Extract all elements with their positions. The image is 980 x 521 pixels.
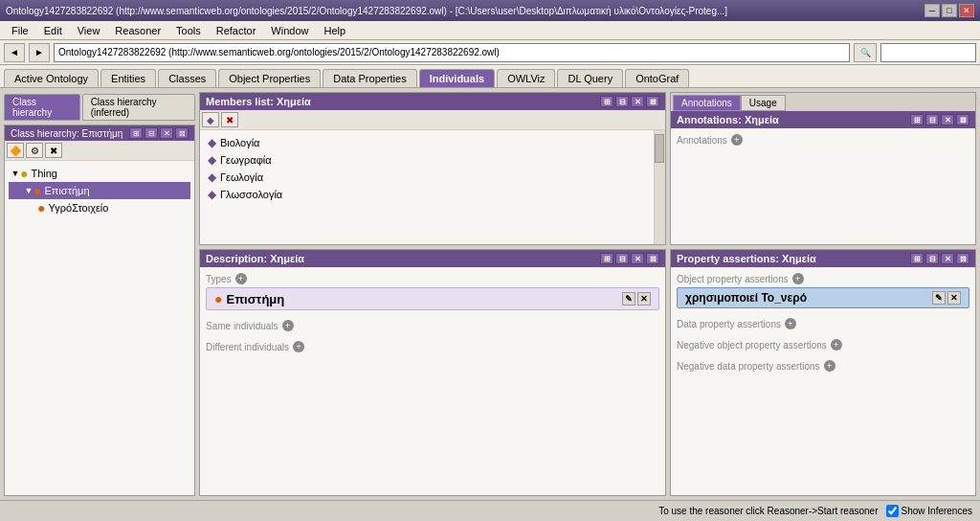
tab-object-properties[interactable]: Object Properties: [218, 69, 321, 87]
menu-file[interactable]: File: [4, 23, 36, 38]
tab-individuals[interactable]: Individuals: [419, 69, 495, 87]
data-property-section: Data property assertions +: [677, 318, 969, 329]
type-item-epistimi[interactable]: ● Επιστήμη ✎ ✕: [206, 287, 659, 310]
members-btn-4[interactable]: ⊠: [646, 96, 659, 107]
tree-item-thing[interactable]: ▼ ● Thing: [9, 165, 190, 182]
member-gloss[interactable]: ◆ Γλωσσολογία: [204, 186, 650, 203]
title-bar-buttons: ─ □ ✕: [924, 4, 974, 17]
neg-data-add-icon[interactable]: +: [824, 360, 835, 372]
prop-remove-btn[interactable]: ✕: [947, 291, 961, 305]
tab-class-hierarchy[interactable]: Class hierarchy: [4, 94, 80, 121]
desc-btn-3[interactable]: ✕: [631, 253, 644, 264]
different-add-icon[interactable]: +: [293, 341, 304, 352]
neg-object-add-icon[interactable]: +: [831, 339, 842, 351]
go-button[interactable]: 🔍: [854, 43, 877, 62]
tree-content: ▼ ● Thing ▼ ● Επιστήμη ● ΥγρόΣτοιχείο: [5, 161, 194, 495]
diamond-viologia: ◆: [208, 136, 216, 149]
tree-header-title: Class hierarchy: Επιστήμη: [11, 128, 122, 139]
prop-btn-1[interactable]: ⊞: [910, 253, 924, 264]
menu-help[interactable]: Help: [316, 23, 353, 38]
members-btn-3[interactable]: ✕: [631, 96, 644, 107]
ann-btn-4[interactable]: ⊠: [956, 114, 969, 125]
address-bar: ◄ ► 🔍: [0, 40, 980, 65]
tab-dl-query[interactable]: DL Query: [557, 69, 623, 87]
menu-window[interactable]: Window: [263, 23, 316, 38]
tab-class-hierarchy-inferred[interactable]: Class hierarchy (inferred): [82, 94, 195, 121]
back-button[interactable]: ◄: [4, 43, 25, 62]
ann-btn-2[interactable]: ⊟: [925, 114, 939, 125]
tree-btn-2[interactable]: ⊟: [145, 127, 158, 139]
menu-view[interactable]: View: [70, 23, 108, 38]
same-individuals-label: Same individuals +: [206, 320, 659, 331]
tab-classes[interactable]: Classes: [158, 69, 216, 87]
forward-button[interactable]: ►: [29, 43, 50, 62]
annotations-add-icon[interactable]: +: [731, 134, 743, 146]
tree-btn-1[interactable]: ⊞: [129, 127, 143, 139]
tree-btn-4[interactable]: ⊠: [175, 127, 189, 139]
member-geografia[interactable]: ◆ Γεωγραφία: [204, 151, 650, 169]
tree-add-btn[interactable]: 🔶: [7, 143, 24, 158]
types-label: Types +: [206, 273, 659, 284]
members-header: Members list: Χημεία ⊞ ⊟ ✕ ⊠: [200, 93, 665, 110]
type-remove-btn[interactable]: ✕: [637, 292, 651, 306]
prop-edit-btn[interactable]: ✎: [932, 291, 946, 305]
tab-entities[interactable]: Entities: [100, 69, 156, 87]
content-area: Class hierarchy Class hierarchy (inferre…: [0, 88, 980, 500]
address-input[interactable]: [54, 43, 850, 62]
menu-edit[interactable]: Edit: [36, 23, 70, 38]
left-panel: Class hierarchy Class hierarchy (inferre…: [4, 92, 195, 496]
prop-item-label: χρησιμοποιεί Το_νερό: [685, 291, 807, 305]
tree-item-ygrostock[interactable]: ● ΥγρόΣτοιχείο: [9, 199, 190, 216]
show-inferences-checkbox[interactable]: [886, 505, 899, 517]
thing-dot: ●: [20, 166, 28, 181]
members-list-container: ◆ Βιολογία ◆ Γεωγραφία ◆ Γεωλογία ◆ Γλωσ…: [200, 130, 665, 244]
same-add-icon[interactable]: +: [282, 320, 294, 331]
tree-toggle-epistimi[interactable]: ▼: [24, 186, 33, 195]
search-input[interactable]: [880, 43, 976, 62]
ann-btn-1[interactable]: ⊞: [910, 114, 924, 125]
members-remove-btn[interactable]: ✖: [221, 112, 238, 127]
tab-data-properties[interactable]: Data Properties: [323, 69, 416, 87]
tree-item-epistimi[interactable]: ▼ ● Επιστήμη: [9, 182, 190, 199]
tab-ontograf[interactable]: OntoGraf: [625, 69, 689, 87]
member-geologia[interactable]: ◆ Γεωλογία: [204, 169, 650, 186]
tab-active-ontology[interactable]: Active Ontology: [4, 69, 99, 87]
maximize-button[interactable]: □: [942, 4, 957, 17]
members-add-btn[interactable]: ◆: [202, 112, 219, 127]
desc-btn-4[interactable]: ⊠: [646, 253, 659, 264]
tab-annotations[interactable]: Annotations: [673, 95, 741, 111]
desc-btn-2[interactable]: ⊟: [615, 253, 629, 264]
prop-btn-3[interactable]: ✕: [941, 253, 954, 264]
annotations-label-text: Annotations: [677, 135, 727, 146]
main-tabs: Active Ontology Entities Classes Object …: [0, 65, 980, 88]
epistimi-dot: ●: [33, 183, 41, 198]
prop-btn-4[interactable]: ⊠: [956, 253, 969, 264]
members-scrollbar[interactable]: [654, 130, 665, 244]
title-text: Ontology1427283822692 (http://www.semant…: [6, 6, 727, 16]
types-add-icon[interactable]: +: [235, 273, 247, 284]
data-property-add-icon[interactable]: +: [785, 318, 796, 329]
prop-item-xrisimopoiei[interactable]: χρησιμοποιεί Το_νερό ✎ ✕: [677, 287, 969, 308]
menu-refactor[interactable]: Refactor: [209, 23, 264, 38]
object-property-add-icon[interactable]: +: [792, 273, 804, 284]
ann-btn-3[interactable]: ✕: [941, 114, 954, 125]
tree-settings-btn[interactable]: ✖: [45, 143, 62, 158]
close-button[interactable]: ✕: [959, 4, 974, 17]
tab-owlviz[interactable]: OWLViz: [497, 69, 555, 87]
desc-btn-1[interactable]: ⊞: [600, 253, 613, 264]
members-btn-1[interactable]: ⊞: [600, 96, 613, 107]
tree-toggle-thing[interactable]: ▼: [11, 169, 20, 178]
member-viologia[interactable]: ◆ Βιολογία: [204, 134, 650, 151]
members-scrollbar-thumb: [655, 134, 664, 163]
member-label-gloss: Γλωσσολογία: [220, 189, 282, 200]
description-panel: Description: Χημεία ⊞ ⊟ ✕ ⊠ Types +: [199, 249, 666, 496]
minimize-button[interactable]: ─: [924, 4, 940, 17]
tree-remove-btn[interactable]: ⚙: [26, 143, 43, 158]
tab-usage[interactable]: Usage: [741, 95, 786, 111]
members-btn-2[interactable]: ⊟: [615, 96, 629, 107]
menu-tools[interactable]: Tools: [168, 23, 209, 38]
menu-reasoner[interactable]: Reasoner: [107, 23, 168, 38]
tree-btn-3[interactable]: ✕: [160, 127, 173, 139]
type-edit-btn[interactable]: ✎: [622, 292, 635, 306]
prop-btn-2[interactable]: ⊟: [925, 253, 939, 264]
